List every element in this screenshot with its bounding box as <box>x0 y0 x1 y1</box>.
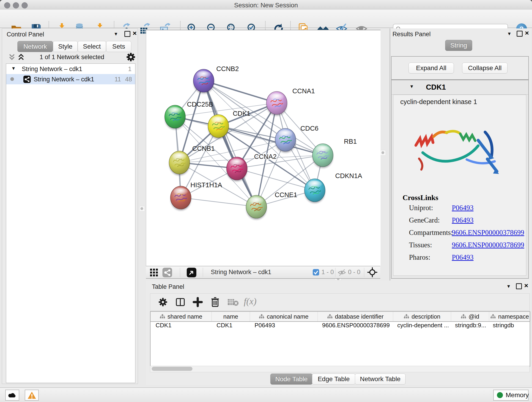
table-cell[interactable]: cyclin-dependent ... <box>392 322 450 331</box>
column-header-canonical-name[interactable]: canonical name <box>250 312 318 321</box>
table-cell[interactable]: stringdb:9... <box>450 322 488 331</box>
graph-node-CCNE1[interactable]: CCNE1 <box>246 191 297 220</box>
column-network-icon <box>160 314 165 319</box>
grid-view-icon[interactable] <box>150 268 158 277</box>
memory-button[interactable]: Memory <box>493 390 529 401</box>
expand-all-button[interactable]: Expand All <box>409 63 454 74</box>
expand-all-icon[interactable] <box>17 53 25 61</box>
birds-eye-view-icon[interactable] <box>187 268 196 277</box>
node-label-CDK1: CDK1 <box>233 110 250 117</box>
control-panel-title: Control Panel <box>7 31 44 38</box>
tab-string[interactable]: String <box>445 40 472 51</box>
crosslink-value-link[interactable]: P06493 <box>452 204 474 212</box>
window-status-bar: Memory <box>0 387 532 402</box>
table-row[interactable]: CDK1CDK1P064939606.ENSP00000378699cyclin… <box>151 322 530 331</box>
graph-node-HIST1H1A[interactable]: HIST1H1A <box>171 181 222 211</box>
network-collection-label: String Network – cdk1 <box>22 65 82 73</box>
column-header-description[interactable]: description <box>393 312 451 321</box>
graph-node-RB1[interactable]: RB1 <box>312 138 357 168</box>
control-panel-close-icon[interactable]: × <box>133 31 137 36</box>
cloud-button[interactable] <box>5 390 19 401</box>
network-row[interactable]: String Network – cdk1 11 48 <box>6 74 135 84</box>
graph-node-CCNB1[interactable]: CCNB1 <box>169 145 215 175</box>
results-panel-float-icon[interactable]: ▼ <box>507 31 512 36</box>
collapse-all-icon[interactable] <box>8 53 16 61</box>
gene-section-header[interactable]: ▼ CDK1 <box>392 80 528 95</box>
control-panel-maximize-icon[interactable] <box>124 31 130 37</box>
network-collection-row[interactable]: ▼ String Network – cdk1 1 <box>6 64 135 74</box>
show-columns-icon[interactable] <box>175 297 186 307</box>
network-label: String Network – cdk1 <box>34 76 94 83</box>
crosslink-row: GeneCard: P06493 <box>403 216 438 229</box>
add-column-icon[interactable] <box>192 297 203 307</box>
table-cell[interactable]: P06493 <box>249 322 317 331</box>
crosslink-value-link[interactable]: P06493 <box>452 216 474 224</box>
fit-selected-crosshair-icon[interactable] <box>367 267 377 277</box>
hidden-node-edge-counts: 0 - 0 <box>348 269 360 276</box>
table-panel-close-icon[interactable]: × <box>524 283 528 288</box>
column-header-shared-name[interactable]: shared name <box>151 312 212 321</box>
gene-description: cyclin-dependent kinase 1 <box>400 98 477 106</box>
node-table[interactable]: shared namenamecanonical namedatabase id… <box>150 311 530 367</box>
table-toolbar: f(x) <box>150 293 530 311</box>
function-builder-icon[interactable]: f(x) <box>244 296 257 307</box>
node-label-CDC25B: CDC25B <box>187 101 213 108</box>
crosslink-value-link[interactable]: 9606.ENSP00000378699 <box>452 229 524 237</box>
network-canvas[interactable]: CCNB2CCNA1CDC25BCDK1CDC6RB1CCNB1CCNA2CDK… <box>146 30 380 266</box>
tab-network-table[interactable]: Network Table <box>355 374 405 385</box>
column-header-label: description <box>412 313 440 320</box>
edge-count: 48 <box>125 76 132 83</box>
section-expander-icon[interactable]: ▼ <box>409 84 414 89</box>
tab-style[interactable]: Style <box>53 41 78 52</box>
column-header-namespace[interactable]: namespace <box>489 312 530 321</box>
scrollbar-thumb[interactable] <box>152 367 192 371</box>
node-label-CDKN1A: CDKN1A <box>335 172 362 179</box>
gene-section: ▼ CDK1 cyclin-dependent kinase 1 <box>391 80 529 279</box>
delete-table-icon[interactable] <box>227 298 239 306</box>
results-panel-close-icon[interactable]: × <box>525 30 529 36</box>
table-header-row: shared namenamecanonical namedatabase id… <box>151 312 530 322</box>
tab-select[interactable]: Select <box>78 41 106 52</box>
hidden-eye-slash-icon[interactable] <box>337 269 346 276</box>
node-label-CCNB2: CCNB2 <box>216 65 239 72</box>
separator <box>180 268 180 277</box>
table-options-gear-icon[interactable] <box>158 297 168 307</box>
control-panel-float-icon[interactable]: ▼ <box>114 32 118 37</box>
crosslinks-title: CrossLinks <box>403 193 438 202</box>
column-header-@id[interactable]: @id <box>451 312 489 321</box>
crosslink-row: Pharos: P06493 <box>403 253 438 266</box>
graph-node-CDC25B[interactable]: CDC25B <box>165 101 213 129</box>
network-view-share-icon[interactable] <box>162 268 172 277</box>
results-panel-maximize-icon[interactable] <box>517 31 523 37</box>
selected-checkbox-icon[interactable] <box>313 269 319 275</box>
warnings-button[interactable] <box>25 390 39 401</box>
graph-node-CCNA1[interactable]: CCNA1 <box>266 87 315 116</box>
tree-expander-icon[interactable]: ▼ <box>11 66 16 71</box>
table-cell[interactable]: stringdb <box>488 322 529 331</box>
node-label-CDC6: CDC6 <box>300 125 318 132</box>
right-splitter-handle[interactable] <box>380 150 386 156</box>
crosslink-value-link[interactable]: 9606.ENSP00000378699 <box>452 241 524 249</box>
column-header-label: name <box>223 313 238 320</box>
table-horizontal-scrollbar[interactable] <box>150 366 530 372</box>
network-options-gear-icon[interactable] <box>126 52 136 62</box>
tab-edge-table[interactable]: Edge Table <box>312 374 355 385</box>
table-cell[interactable]: CDK1 <box>211 322 249 331</box>
graph-node-CDKN1A[interactable]: CDKN1A <box>304 172 362 203</box>
string-network-graph[interactable]: CCNB2CCNA1CDC25BCDK1CDC6RB1CCNB1CCNA2CDK… <box>146 30 380 266</box>
table-cell[interactable]: 9606.ENSP00000378699 <box>317 322 392 331</box>
tab-node-table[interactable]: Node Table <box>270 374 312 385</box>
delete-column-icon[interactable] <box>210 296 220 307</box>
crosslink-value-link[interactable]: P06493 <box>452 253 474 262</box>
column-header-name[interactable]: name <box>212 312 250 321</box>
table-cell[interactable]: CDK1 <box>151 322 211 331</box>
table-panel-maximize-icon[interactable] <box>516 283 522 289</box>
crosslink-row: Compartments: 9606.ENSP00000378699 <box>403 229 438 241</box>
column-header-database-identifier[interactable]: database identifier <box>318 312 393 321</box>
tab-network[interactable]: Network <box>17 41 53 52</box>
table-panel-float-icon[interactable]: ▼ <box>506 284 511 289</box>
tab-sets[interactable]: Sets <box>106 41 131 52</box>
collapse-all-button[interactable]: Collapse All <box>462 63 507 74</box>
control-panel: Control Panel ▼ × Network Style Select S… <box>2 28 138 384</box>
left-splitter-handle[interactable] <box>139 206 145 211</box>
